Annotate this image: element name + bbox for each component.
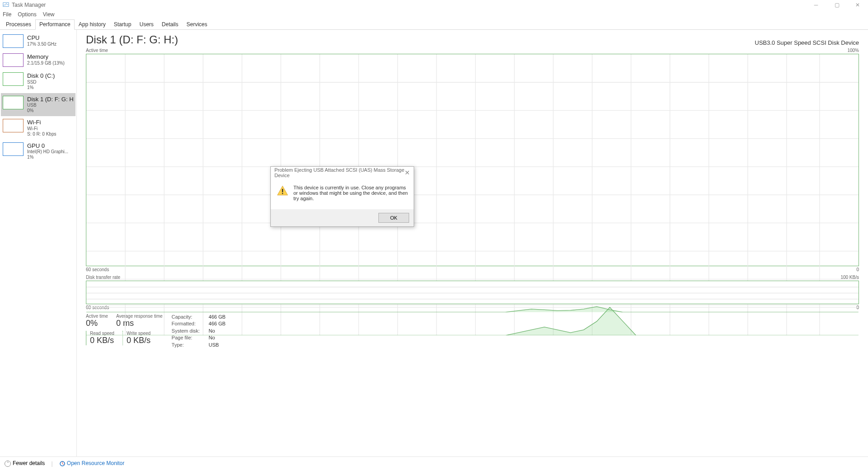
sidebar-item-disk1[interactable]: Disk 1 (D: F: G: H:) USB 0%	[1, 93, 75, 117]
footer-divider: |	[51, 461, 52, 467]
window-title: Task Manager	[12, 2, 46, 8]
disk0-name: Disk 0 (C:)	[27, 72, 55, 80]
wifi-sub1: Wi-Fi	[27, 126, 56, 132]
sidebar-item-wifi[interactable]: Wi-Fi Wi-Fi S: 0 R: 0 Kbps	[1, 116, 75, 140]
titlebar: Task Manager ─ ▢ ✕	[0, 0, 868, 10]
disk0-text: Disk 0 (C:) SSD 1%	[27, 72, 55, 90]
wifi-sub2: S: 0 R: 0 Kbps	[27, 132, 56, 137]
menu-options[interactable]: Options	[18, 11, 36, 18]
minimize-button[interactable]: ─	[806, 0, 826, 10]
perf-model: USB3.0 Super Speed SCSI Disk Device	[755, 39, 859, 46]
menu-file[interactable]: File	[3, 11, 11, 18]
disk1-thumb	[3, 96, 24, 109]
gpu-text: GPU 0 Intel(R) HD Graphi... 1%	[27, 142, 68, 160]
disk1-sub1: USB	[27, 103, 74, 108]
dialog-ok-button[interactable]: OK	[378, 213, 409, 223]
disk1-text: Disk 1 (D: F: G: H:) USB 0%	[27, 96, 74, 114]
dialog-title: Problem Ejecting USB Attached SCSI (UAS)…	[274, 167, 405, 178]
cpu-text: CPU 17% 3.50 GHz	[27, 34, 57, 48]
window-controls: ─ ▢ ✕	[806, 0, 868, 10]
dialog-body: This device is currently in use. Close a…	[271, 179, 414, 209]
perf-sidebar: CPU 17% 3.50 GHz Memory 2.1/15.9 GB (13%…	[0, 30, 77, 456]
dialog-message: This device is currently in use. Close a…	[293, 185, 408, 201]
disk1-sub2: 0%	[27, 108, 74, 113]
dialog-footer: OK	[271, 209, 414, 226]
wifi-thumb	[3, 119, 24, 132]
warning-icon	[276, 185, 289, 197]
disk0-sub1: SSD	[27, 80, 55, 85]
chart1-max: 100%	[847, 48, 859, 53]
eject-error-dialog: Problem Ejecting USB Attached SCSI (UAS)…	[270, 166, 414, 227]
wifi-text: Wi-Fi Wi-Fi S: 0 R: 0 Kbps	[27, 119, 56, 137]
tab-apphistory[interactable]: App history	[75, 19, 110, 30]
chevron-up-icon: ˄	[5, 461, 11, 467]
disk1-name: Disk 1 (D: F: G: H:)	[27, 96, 74, 103]
main-area: CPU 17% 3.50 GHz Memory 2.1/15.9 GB (13%…	[0, 30, 868, 456]
kv-type: Type:USB	[172, 342, 226, 348]
memory-name: Memory	[27, 53, 65, 61]
cpu-thumb	[3, 34, 24, 48]
resource-monitor-link[interactable]: Open Resource Monitor	[59, 460, 125, 467]
fewer-details-link[interactable]: ˄Fewer details	[5, 460, 45, 467]
sidebar-item-cpu[interactable]: CPU 17% 3.50 GHz	[1, 32, 75, 51]
close-button[interactable]: ✕	[847, 0, 868, 10]
disk0-sub2: 1%	[27, 85, 55, 90]
stat-write-value: 0 KB/s	[127, 336, 151, 345]
cpu-name: CPU	[27, 34, 57, 42]
tab-users[interactable]: Users	[135, 19, 157, 30]
perf-title: Disk 1 (D: F: G: H:)	[86, 33, 178, 46]
tab-performance[interactable]: Performance	[35, 19, 75, 30]
memory-thumb	[3, 53, 24, 67]
tab-services[interactable]: Services	[183, 19, 212, 30]
kv-page: Page file:No	[172, 334, 226, 341]
chart2-grid	[86, 287, 859, 305]
gpu-sub2: 1%	[27, 155, 68, 160]
perf-header: Disk 1 (D: F: G: H:) USB3.0 Super Speed …	[86, 33, 859, 46]
tab-startup[interactable]: Startup	[110, 19, 136, 30]
chart1-labels: Active time 100%	[86, 48, 859, 53]
memory-sub: 2.1/15.9 GB (13%)	[27, 61, 65, 66]
dialog-close-button[interactable]: ✕	[405, 169, 410, 176]
svg-rect-35	[282, 193, 283, 194]
gpu-thumb	[3, 142, 24, 156]
wifi-name: Wi-Fi	[27, 119, 56, 126]
perf-pane: Disk 1 (D: F: G: H:) USB3.0 Super Speed …	[77, 30, 868, 456]
menu-view[interactable]: View	[43, 11, 55, 18]
stat-read-value: 0 KB/s	[90, 336, 114, 345]
chart-transfer-rate	[86, 281, 859, 304]
gpu-sub1: Intel(R) HD Graphi...	[27, 149, 68, 155]
chart2-series	[86, 306, 859, 312]
resource-monitor-icon	[59, 461, 66, 467]
gpu-name: GPU 0	[27, 142, 68, 150]
chart1-label: Active time	[86, 48, 108, 53]
chart-active-time	[86, 54, 859, 266]
tabstrip: Processes Performance App history Startu…	[0, 19, 868, 30]
footer: ˄Fewer details | Open Resource Monitor	[0, 456, 868, 470]
cpu-sub: 17% 3.50 GHz	[27, 42, 57, 47]
sidebar-item-disk0[interactable]: Disk 0 (C:) SSD 1%	[1, 70, 75, 93]
dialog-titlebar: Problem Ejecting USB Attached SCSI (UAS)…	[271, 167, 414, 179]
menubar: File Options View	[0, 10, 868, 19]
svg-rect-34	[282, 189, 283, 192]
disk0-thumb	[3, 72, 24, 86]
sidebar-item-memory[interactable]: Memory 2.1/15.9 GB (13%)	[1, 51, 75, 70]
sidebar-item-gpu0[interactable]: GPU 0 Intel(R) HD Graphi... 1%	[1, 140, 75, 163]
maximize-button[interactable]: ▢	[826, 0, 847, 10]
tab-details[interactable]: Details	[158, 19, 183, 30]
tab-processes[interactable]: Processes	[2, 19, 35, 30]
app-icon	[3, 2, 9, 8]
memory-text: Memory 2.1/15.9 GB (13%)	[27, 53, 65, 67]
